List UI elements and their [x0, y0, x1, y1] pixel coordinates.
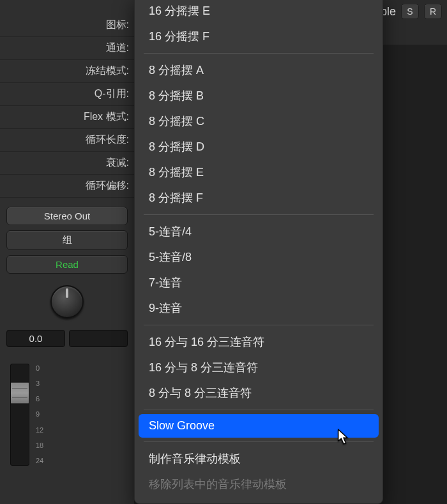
ruler-tick: 9 [36, 411, 43, 418]
label-decay: 衰减: [0, 152, 134, 175]
menu-item[interactable]: 16 分与 16 分三连音符 [135, 329, 383, 355]
group-button[interactable]: 组 [6, 230, 128, 250]
menu-item[interactable]: 9-连音 [135, 295, 383, 321]
volume-fader[interactable] [10, 364, 29, 466]
label-flex-mode: Flex 模式: [0, 106, 134, 129]
label-freeze-mode: 冻结模式: [0, 60, 134, 83]
meter-ruler: 0369121824 [36, 364, 43, 466]
fader-cap[interactable] [10, 382, 29, 404]
label-channel: 通道: [0, 37, 134, 60]
menu-item: 移除列表中的音乐律动模板 [135, 471, 383, 497]
ruler-tick: 24 [36, 457, 43, 464]
quantize-menu[interactable]: 16 分摇摆 E16 分摇摆 F8 分摇摆 A8 分摇摆 B8 分摇摆 C8 分… [134, 0, 383, 504]
label-loop-length: 循环长度: [0, 129, 134, 152]
automation-read-button[interactable]: Read [6, 255, 128, 274]
menu-separator [144, 53, 374, 54]
solo-button[interactable]: S [401, 4, 419, 19]
menu-separator [144, 441, 374, 442]
menu-item[interactable]: 5-连音/4 [135, 219, 383, 244]
menu-separator [144, 325, 374, 325]
menu-item[interactable]: 5-连音/8 [135, 244, 383, 270]
ruler-tick: 12 [36, 427, 43, 434]
menu-item[interactable]: 8 分摇摆 B [135, 83, 383, 108]
menu-separator [144, 214, 374, 215]
menu-item[interactable]: 8 分摇摆 C [135, 108, 383, 134]
record-button[interactable]: R [424, 4, 442, 19]
ruler-tick: 6 [36, 396, 43, 403]
menu-item[interactable]: 16 分与 8 分三连音符 [135, 355, 383, 380]
menu-item[interactable]: 16 分摇摆 E [135, 0, 383, 24]
ruler-tick: 18 [36, 442, 43, 449]
meter-value[interactable] [69, 330, 128, 347]
menu-item[interactable]: 8 分与 8 分三连音符 [135, 380, 383, 406]
stereo-out-button[interactable]: Stereo Out [6, 207, 128, 225]
menu-item[interactable]: 8 分摇摆 F [135, 185, 383, 211]
volume-value[interactable]: 0.0 [6, 330, 65, 347]
label-q-reference: Q-引用: [0, 83, 134, 106]
label-icon: 图标: [0, 14, 134, 37]
ruler-tick: 3 [36, 380, 43, 387]
menu-item[interactable]: 16 分摇摆 F [135, 24, 383, 49]
menu-item[interactable]: 8 分摇摆 A [135, 57, 383, 83]
label-loop-offset: 循环偏移: [0, 175, 134, 198]
menu-item[interactable]: 制作音乐律动模板 [135, 446, 383, 471]
menu-item[interactable]: 8 分摇摆 E [135, 159, 383, 185]
menu-item[interactable]: 8 分摇摆 D [135, 134, 383, 159]
menu-item[interactable]: Slow Groove [139, 414, 379, 438]
menu-item[interactable]: 7-连音 [135, 270, 383, 295]
inspector-panel: 图标: 通道: 冻结模式: Q-引用: Flex 模式: 循环长度: 衰减: 循… [0, 0, 134, 504]
pan-knob[interactable] [50, 285, 84, 318]
ruler-tick: 0 [36, 365, 43, 372]
menu-separator [144, 410, 374, 410]
